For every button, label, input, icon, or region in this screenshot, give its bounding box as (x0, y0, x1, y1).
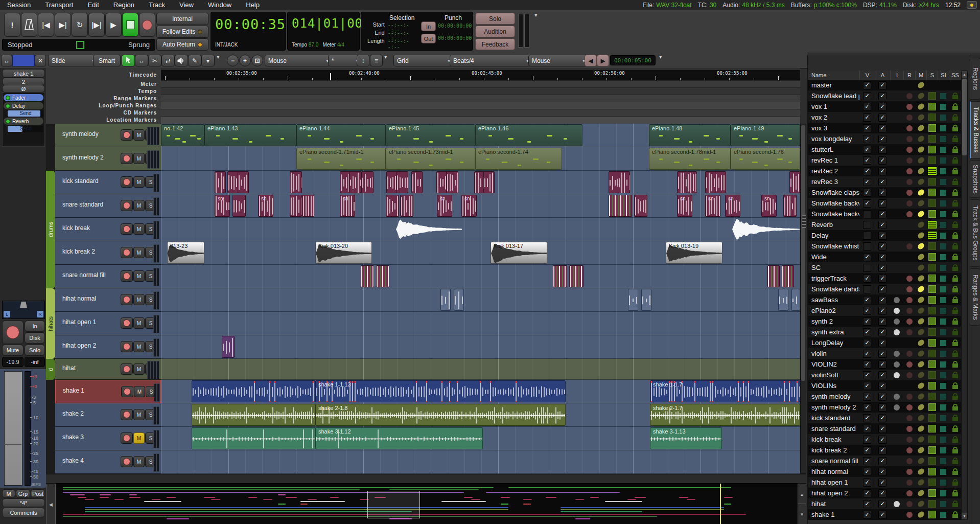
panel-row-hihat-normal[interactable]: hihat normal✓✓ (808, 466, 961, 477)
solo-state-icon[interactable] (928, 232, 937, 239)
active-checkbox[interactable]: ✓ (878, 382, 886, 390)
active-checkbox[interactable]: ✓ (878, 436, 886, 444)
solo-button-strip[interactable]: Solo (25, 345, 45, 356)
solo-isolate-icon[interactable] (940, 501, 946, 507)
smart-mode-button[interactable]: Smart (93, 55, 121, 66)
mute-state-icon[interactable] (917, 489, 925, 497)
solo-isolate-icon[interactable] (940, 308, 946, 314)
post-button[interactable]: Post (31, 489, 45, 498)
solo-isolate-icon[interactable] (940, 136, 946, 142)
go-end-button[interactable]: ▶| (55, 13, 71, 37)
panel-row-revRec-3[interactable]: revRec 3✓✓ (808, 176, 961, 187)
visible-checkbox[interactable]: ✓ (863, 393, 871, 401)
region-ePiano-second-1.76[interactable]: ePiano second-1.76 (731, 148, 800, 170)
audio-region[interactable] (628, 289, 638, 311)
active-checkbox[interactable]: ✓ (878, 178, 886, 186)
audio-region[interactable] (778, 289, 788, 311)
solo-isolate-icon[interactable] (940, 115, 946, 121)
track-lane-shake-4[interactable] (161, 450, 800, 474)
region-sn[interactable]: sn (437, 195, 452, 217)
region-ePiano-1.48[interactable]: ePiano-1.48 (649, 124, 731, 146)
solo-safe-icon[interactable] (952, 374, 958, 378)
solo-state-icon[interactable] (928, 135, 936, 143)
solo-state-icon[interactable] (928, 167, 937, 175)
panel-row-master[interactable]: master✓✓ (808, 80, 961, 90)
visible-checkbox[interactable]: ✓ (863, 307, 871, 315)
active-checkbox[interactable]: ✓ (878, 232, 886, 240)
solo-state-icon[interactable] (928, 210, 936, 218)
summary-scroll-up-button[interactable]: ▴ (798, 484, 806, 505)
error-log-button[interactable] (967, 1, 977, 9)
panel-row-synth-melody[interactable]: synth melody✓✓ (808, 391, 961, 402)
solo-safe-icon[interactable] (952, 256, 958, 260)
track-lane-synth-melody-2[interactable]: ePiano second-1.71mid-1ePiano second-1.7… (161, 147, 800, 171)
solo-safe-icon[interactable] (952, 202, 958, 207)
mute-state-icon[interactable] (917, 103, 925, 110)
editor-vertical-scrollbar[interactable] (800, 124, 806, 474)
active-checkbox[interactable]: ✓ (878, 414, 886, 422)
ruler-lane-cd-markers[interactable] (161, 109, 800, 117)
record-arm-button[interactable] (121, 129, 133, 141)
summary-view-rectangle[interactable] (367, 491, 421, 518)
midi-panic-button[interactable]: ! (4, 13, 20, 37)
record-arm-button[interactable] (121, 363, 133, 375)
active-checkbox[interactable]: ✓ (878, 350, 886, 358)
visible-checkbox[interactable]: ✓ (863, 468, 871, 476)
panel-row-kick-break-2[interactable]: kick break 2✓✓ (808, 445, 961, 455)
range-tool-button[interactable]: ↔ (135, 55, 148, 66)
rec-state-icon[interactable] (906, 404, 913, 411)
solo-state-icon[interactable] (928, 146, 936, 153)
solo-isolate-icon[interactable] (940, 426, 946, 432)
audio-region[interactable] (483, 171, 495, 193)
audio-region[interactable] (396, 171, 408, 193)
audio-region[interactable] (634, 195, 647, 217)
panel-scrollbar[interactable]: ▴ ▾ (961, 71, 968, 520)
zoom-out-button[interactable]: − (227, 55, 239, 66)
panel-row-sawBass[interactable]: sawBass✓✓ (808, 294, 961, 305)
visible-checkbox[interactable]: ✓ (863, 414, 871, 422)
visible-checkbox[interactable]: ✓ (863, 350, 871, 358)
panel-row-hihat[interactable]: hihat✓✓ (808, 498, 961, 509)
solo-safe-icon[interactable] (952, 363, 958, 368)
mute-button[interactable]: M (133, 200, 145, 211)
track-header-synth-melody[interactable]: synth melodyMS (55, 124, 161, 147)
mute-state-icon[interactable] (917, 468, 925, 475)
nudge-forward-button[interactable]: ▶ (597, 55, 609, 66)
panel-row-VIOLIN2[interactable]: VIOLIN2✓✓ (808, 359, 961, 370)
session-summary[interactable]: ◀ ▴ ▾ (46, 483, 806, 524)
stretch-tool-button[interactable]: ⇄ (161, 55, 175, 66)
solo-isolate-icon[interactable] (940, 125, 946, 131)
record-arm-button[interactable] (121, 432, 133, 444)
mute-button[interactable]: M (133, 432, 145, 444)
audio-region[interactable] (227, 171, 239, 193)
panel-row-VIOLINs[interactable]: VIOLINs✓✓ (808, 380, 961, 391)
solo-state-icon[interactable] (928, 189, 936, 196)
solo-state-icon[interactable] (928, 339, 936, 347)
solo-isolate-icon[interactable] (940, 447, 946, 453)
record-arm-button[interactable] (121, 294, 133, 305)
solo-isolate-icon[interactable] (940, 361, 946, 368)
active-checkbox[interactable]: ✓ (878, 264, 886, 272)
track-header-hihat-open-2[interactable]: hihat open 2MS (55, 335, 161, 359)
strip-phase-button[interactable]: Ø (2, 85, 45, 93)
audition-tool-button[interactable] (175, 55, 188, 66)
group-tab-d[interactable]: d (46, 359, 55, 380)
solo-state-icon[interactable] (928, 199, 936, 207)
active-checkbox[interactable]: ✓ (878, 489, 886, 497)
rec-state-icon[interactable] (906, 93, 913, 99)
mute-state-icon[interactable] (917, 500, 925, 508)
stop-button[interactable] (122, 13, 138, 37)
solo-isolate-icon[interactable] (940, 222, 946, 228)
solo-button[interactable]: Solo (475, 13, 515, 25)
audio-region[interactable] (641, 289, 651, 311)
panel-row-triggerTrack[interactable]: triggerTrack✓✓ (808, 273, 961, 284)
active-checkbox[interactable]: ✓ (878, 457, 886, 465)
visible-checkbox[interactable]: ✓ (863, 92, 871, 100)
rec-state-icon[interactable] (906, 447, 913, 453)
solo-state-icon[interactable] (928, 414, 936, 422)
rec-state-icon[interactable] (906, 179, 913, 185)
solo-isolate-icon[interactable] (940, 93, 946, 99)
edit-point-color-swatch[interactable] (12, 55, 35, 66)
region-shake-3-1.12[interactable]: shake 3-1.12 (315, 427, 483, 449)
region-Kick-013-20[interactable]: Kick 013-20 (315, 242, 372, 264)
